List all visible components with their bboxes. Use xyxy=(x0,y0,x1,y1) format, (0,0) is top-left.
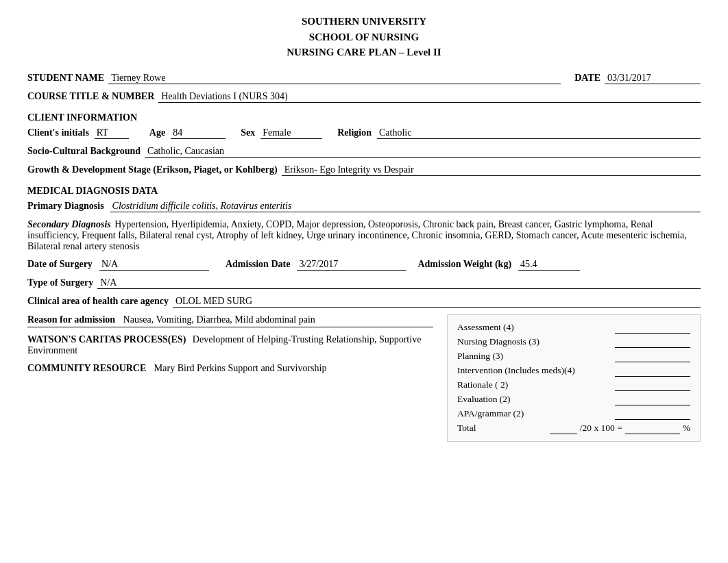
growth-value: Erikson- Ego Integrity vs Despair xyxy=(282,164,701,176)
community-block: COMMUNITY RESOURCE Mary Bird Perkins Sup… xyxy=(27,363,433,374)
surgery-type-label: Type of Surgery xyxy=(27,277,93,288)
total-pct: % xyxy=(683,423,690,434)
nursing-row: Nursing Diagnosis (3) xyxy=(457,336,690,348)
course-label: COURSE TITLE & NUMBER xyxy=(27,91,154,102)
surgery-date-label: Date of Surgery xyxy=(27,259,93,270)
header-line2: SCHOOL OF NURSING xyxy=(27,29,701,45)
socio-row: Socio-Cultural Background Catholic, Cauc… xyxy=(27,146,701,158)
planning-label: Planning (3) xyxy=(457,351,612,362)
reason-label: Reason for admission xyxy=(27,314,115,325)
bottom-section: Reason for admission Nausea, Vomiting, D… xyxy=(27,314,701,442)
primary-value: Clostridium difficile colitis, Rotavirus… xyxy=(110,201,701,212)
admission-weight-label: Admission Weight (kg) xyxy=(417,259,511,270)
socio-label: Socio-Cultural Background xyxy=(27,146,141,157)
primary-label: Primary Diagnosis xyxy=(27,201,104,212)
initials-value: RT xyxy=(95,127,129,139)
reason-block: Reason for admission Nausea, Vomiting, D… xyxy=(27,314,433,327)
rationale-line xyxy=(615,379,690,391)
medical-section-title: MEDICAL DIAGNOSIS DATA xyxy=(27,186,701,197)
intervention-label: Intervention (Includes meds)(4) xyxy=(457,365,612,376)
age-label: Age xyxy=(149,127,165,138)
assessment-label: Assessment (4) xyxy=(457,322,612,333)
course-row: COURSE TITLE & NUMBER Health Deviations … xyxy=(27,91,701,103)
admission-date-label: Admission Date xyxy=(226,259,291,270)
surgery-admission-row: Date of Surgery N/A Admission Date 3/27/… xyxy=(27,259,701,271)
nursing-label: Nursing Diagnosis (3) xyxy=(457,336,612,347)
client-initials-row: Client's initials RT Age 84 Sex Female R… xyxy=(27,127,701,139)
header-line1: SOUTHERN UNIVERSITY xyxy=(27,14,701,29)
evaluation-line xyxy=(615,394,690,405)
admission-weight-value: 45.4 xyxy=(518,259,580,271)
growth-label: Growth & Development Stage (Erikson, Pia… xyxy=(27,164,278,175)
growth-row: Growth & Development Stage (Erikson, Pia… xyxy=(27,164,701,176)
apa-line xyxy=(615,408,690,420)
evaluation-label: Evaluation (2) xyxy=(457,394,612,405)
total-denom: /20 x 100 = xyxy=(580,423,622,434)
bottom-left: Reason for admission Nausea, Vomiting, D… xyxy=(27,314,447,442)
sex-value: Female xyxy=(260,127,322,139)
secondary-value: Hypertension, Hyerlipidemia, Anxiety, CO… xyxy=(27,219,687,251)
page-header: SOUTHERN UNIVERSITY SCHOOL OF NURSING NU… xyxy=(27,14,701,60)
surgery-date-value: N/A xyxy=(99,259,209,271)
religion-value: Catholic xyxy=(377,127,701,139)
intervention-line xyxy=(615,365,690,377)
student-name-label: STUDENT NAME xyxy=(27,73,104,84)
religion-label: Religion xyxy=(337,127,372,138)
planning-row: Planning (3) xyxy=(457,351,690,362)
client-info-section-title: CLIENT INFORMATION xyxy=(27,112,701,123)
reason-value: Nausea, Vomiting, Diarrhea, Mild abdomin… xyxy=(123,314,315,325)
apa-row: APA/grammar (2) xyxy=(457,408,690,420)
rationale-label: Rationale ( 2) xyxy=(457,379,612,390)
initials-label: Client's initials xyxy=(27,127,89,138)
community-value: Mary Bird Perkins Support and Survivorsh… xyxy=(154,363,327,373)
nursing-line xyxy=(615,336,690,348)
total-row: Total /20 x 100 = % xyxy=(457,423,690,434)
planning-line xyxy=(615,351,690,362)
apa-label: APA/grammar (2) xyxy=(457,408,612,419)
clinical-row: Clinical area of health care agency OLOL… xyxy=(27,296,701,308)
student-row: STUDENT NAME Tierney Rowe DATE 03/31/201… xyxy=(27,73,701,84)
rationale-row: Rationale ( 2) xyxy=(457,379,690,391)
surgery-type-row: Type of Surgery N/A xyxy=(27,277,701,289)
clinical-label: Clinical area of health care agency xyxy=(27,296,169,307)
assessment-row: Assessment (4) xyxy=(457,322,690,334)
assessment-line xyxy=(615,322,690,334)
course-value: Health Deviations I (NURS 304) xyxy=(158,91,701,103)
admission-date-value: 3/27/2017 xyxy=(297,259,407,271)
watson-block: WATSON'S CARITAS PROCESS(ES) Development… xyxy=(27,334,433,356)
surgery-type-value: N/A xyxy=(97,277,701,289)
header-line3: NURSING CARE PLAN – Level II xyxy=(27,45,701,60)
date-value: 03/31/2017 xyxy=(605,73,701,84)
student-name-value: Tierney Rowe xyxy=(108,73,561,84)
watson-label: WATSON'S CARITAS PROCESS(ES) xyxy=(27,334,186,345)
community-label: COMMUNITY RESOURCE xyxy=(27,363,146,373)
age-value: 84 xyxy=(171,127,226,139)
scores-box: Assessment (4) Nursing Diagnosis (3) Pla… xyxy=(447,314,701,442)
primary-diagnosis-row: Primary Diagnosis Clostridium difficile … xyxy=(27,201,701,212)
sex-label: Sex xyxy=(241,127,255,138)
socio-value: Catholic, Caucasian xyxy=(145,146,701,158)
total-label: Total xyxy=(457,423,547,434)
secondary-label: Secondary Diagnosis xyxy=(27,219,111,229)
clinical-value: OLOL MED SURG xyxy=(173,296,701,308)
evaluation-row: Evaluation (2) xyxy=(457,394,690,405)
intervention-row: Intervention (Includes meds)(4) xyxy=(457,365,690,377)
date-label: DATE xyxy=(574,73,600,84)
secondary-diagnosis-block: Secondary Diagnosis Hypertension, Hyerli… xyxy=(27,219,701,252)
